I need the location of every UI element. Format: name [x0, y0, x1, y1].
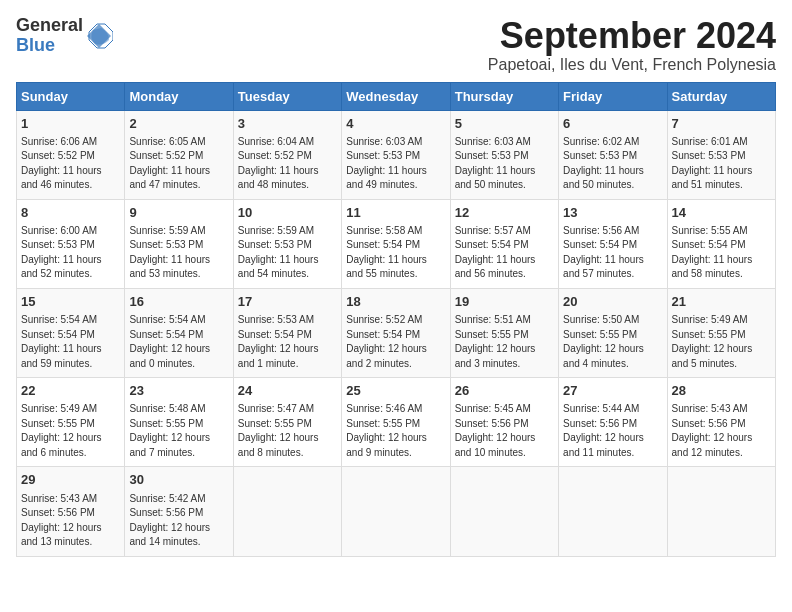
- day-info: Sunrise: 5:58 AMSunset: 5:54 PMDaylight:…: [346, 224, 445, 282]
- day-number: 14: [672, 204, 771, 222]
- day-info: Sunrise: 5:50 AMSunset: 5:55 PMDaylight:…: [563, 313, 662, 371]
- day-info: Sunrise: 5:59 AMSunset: 5:53 PMDaylight:…: [238, 224, 337, 282]
- header-row: SundayMondayTuesdayWednesdayThursdayFrid…: [17, 82, 776, 110]
- day-info: Sunrise: 6:04 AMSunset: 5:52 PMDaylight:…: [238, 135, 337, 193]
- calendar-body: 1Sunrise: 6:06 AMSunset: 5:52 PMDaylight…: [17, 110, 776, 556]
- calendar-cell: 2Sunrise: 6:05 AMSunset: 5:52 PMDaylight…: [125, 110, 233, 199]
- calendar-cell: 6Sunrise: 6:02 AMSunset: 5:53 PMDaylight…: [559, 110, 667, 199]
- calendar-cell: 5Sunrise: 6:03 AMSunset: 5:53 PMDaylight…: [450, 110, 558, 199]
- day-info: Sunrise: 5:49 AMSunset: 5:55 PMDaylight:…: [672, 313, 771, 371]
- day-info: Sunrise: 5:48 AMSunset: 5:55 PMDaylight:…: [129, 402, 228, 460]
- day-header-friday: Friday: [559, 82, 667, 110]
- day-number: 3: [238, 115, 337, 133]
- day-number: 18: [346, 293, 445, 311]
- calendar-cell: 26Sunrise: 5:45 AMSunset: 5:56 PMDayligh…: [450, 378, 558, 467]
- day-number: 23: [129, 382, 228, 400]
- day-number: 7: [672, 115, 771, 133]
- logo-text: General Blue: [16, 16, 83, 56]
- day-number: 20: [563, 293, 662, 311]
- day-info: Sunrise: 5:54 AMSunset: 5:54 PMDaylight:…: [21, 313, 120, 371]
- day-number: 17: [238, 293, 337, 311]
- day-number: 28: [672, 382, 771, 400]
- calendar-cell: 4Sunrise: 6:03 AMSunset: 5:53 PMDaylight…: [342, 110, 450, 199]
- day-header-wednesday: Wednesday: [342, 82, 450, 110]
- calendar-cell: 28Sunrise: 5:43 AMSunset: 5:56 PMDayligh…: [667, 378, 775, 467]
- day-info: Sunrise: 5:59 AMSunset: 5:53 PMDaylight:…: [129, 224, 228, 282]
- day-info: Sunrise: 5:54 AMSunset: 5:54 PMDaylight:…: [129, 313, 228, 371]
- day-header-saturday: Saturday: [667, 82, 775, 110]
- day-number: 4: [346, 115, 445, 133]
- day-number: 27: [563, 382, 662, 400]
- day-header-thursday: Thursday: [450, 82, 558, 110]
- calendar-cell: 20Sunrise: 5:50 AMSunset: 5:55 PMDayligh…: [559, 288, 667, 377]
- page-header: General Blue September 2024 Papetoai, Il…: [16, 16, 776, 74]
- calendar-table: SundayMondayTuesdayWednesdayThursdayFrid…: [16, 82, 776, 557]
- calendar-cell: 11Sunrise: 5:58 AMSunset: 5:54 PMDayligh…: [342, 199, 450, 288]
- day-info: Sunrise: 5:56 AMSunset: 5:54 PMDaylight:…: [563, 224, 662, 282]
- day-number: 13: [563, 204, 662, 222]
- calendar-cell: [667, 467, 775, 556]
- calendar-cell: 19Sunrise: 5:51 AMSunset: 5:55 PMDayligh…: [450, 288, 558, 377]
- day-number: 24: [238, 382, 337, 400]
- calendar-week-3: 15Sunrise: 5:54 AMSunset: 5:54 PMDayligh…: [17, 288, 776, 377]
- day-number: 2: [129, 115, 228, 133]
- day-info: Sunrise: 6:01 AMSunset: 5:53 PMDaylight:…: [672, 135, 771, 193]
- calendar-cell: 29Sunrise: 5:43 AMSunset: 5:56 PMDayligh…: [17, 467, 125, 556]
- calendar-cell: 3Sunrise: 6:04 AMSunset: 5:52 PMDaylight…: [233, 110, 341, 199]
- day-number: 10: [238, 204, 337, 222]
- day-number: 1: [21, 115, 120, 133]
- calendar-cell: 21Sunrise: 5:49 AMSunset: 5:55 PMDayligh…: [667, 288, 775, 377]
- calendar-cell: [450, 467, 558, 556]
- day-header-tuesday: Tuesday: [233, 82, 341, 110]
- day-info: Sunrise: 5:55 AMSunset: 5:54 PMDaylight:…: [672, 224, 771, 282]
- calendar-cell: 25Sunrise: 5:46 AMSunset: 5:55 PMDayligh…: [342, 378, 450, 467]
- calendar-cell: [342, 467, 450, 556]
- day-info: Sunrise: 6:03 AMSunset: 5:53 PMDaylight:…: [346, 135, 445, 193]
- calendar-week-4: 22Sunrise: 5:49 AMSunset: 5:55 PMDayligh…: [17, 378, 776, 467]
- day-number: 5: [455, 115, 554, 133]
- page-title: September 2024: [488, 16, 776, 56]
- day-number: 29: [21, 471, 120, 489]
- day-number: 26: [455, 382, 554, 400]
- day-info: Sunrise: 6:06 AMSunset: 5:52 PMDaylight:…: [21, 135, 120, 193]
- day-info: Sunrise: 6:03 AMSunset: 5:53 PMDaylight:…: [455, 135, 554, 193]
- logo-icon: [85, 22, 113, 50]
- calendar-cell: 15Sunrise: 5:54 AMSunset: 5:54 PMDayligh…: [17, 288, 125, 377]
- calendar-cell: 10Sunrise: 5:59 AMSunset: 5:53 PMDayligh…: [233, 199, 341, 288]
- calendar-cell: 13Sunrise: 5:56 AMSunset: 5:54 PMDayligh…: [559, 199, 667, 288]
- day-number: 6: [563, 115, 662, 133]
- day-info: Sunrise: 5:51 AMSunset: 5:55 PMDaylight:…: [455, 313, 554, 371]
- day-info: Sunrise: 5:45 AMSunset: 5:56 PMDaylight:…: [455, 402, 554, 460]
- day-number: 19: [455, 293, 554, 311]
- day-info: Sunrise: 5:44 AMSunset: 5:56 PMDaylight:…: [563, 402, 662, 460]
- calendar-cell: 14Sunrise: 5:55 AMSunset: 5:54 PMDayligh…: [667, 199, 775, 288]
- day-info: Sunrise: 5:43 AMSunset: 5:56 PMDaylight:…: [21, 492, 120, 550]
- day-info: Sunrise: 6:05 AMSunset: 5:52 PMDaylight:…: [129, 135, 228, 193]
- day-header-sunday: Sunday: [17, 82, 125, 110]
- day-number: 25: [346, 382, 445, 400]
- calendar-cell: 27Sunrise: 5:44 AMSunset: 5:56 PMDayligh…: [559, 378, 667, 467]
- calendar-cell: 16Sunrise: 5:54 AMSunset: 5:54 PMDayligh…: [125, 288, 233, 377]
- calendar-cell: 12Sunrise: 5:57 AMSunset: 5:54 PMDayligh…: [450, 199, 558, 288]
- logo: General Blue: [16, 16, 113, 56]
- day-info: Sunrise: 5:46 AMSunset: 5:55 PMDaylight:…: [346, 402, 445, 460]
- calendar-cell: 9Sunrise: 5:59 AMSunset: 5:53 PMDaylight…: [125, 199, 233, 288]
- day-info: Sunrise: 6:02 AMSunset: 5:53 PMDaylight:…: [563, 135, 662, 193]
- day-number: 30: [129, 471, 228, 489]
- day-info: Sunrise: 5:43 AMSunset: 5:56 PMDaylight:…: [672, 402, 771, 460]
- day-number: 21: [672, 293, 771, 311]
- day-number: 16: [129, 293, 228, 311]
- title-block: September 2024 Papetoai, Iles du Vent, F…: [488, 16, 776, 74]
- calendar-cell: 7Sunrise: 6:01 AMSunset: 5:53 PMDaylight…: [667, 110, 775, 199]
- calendar-cell: 30Sunrise: 5:42 AMSunset: 5:56 PMDayligh…: [125, 467, 233, 556]
- calendar-week-1: 1Sunrise: 6:06 AMSunset: 5:52 PMDaylight…: [17, 110, 776, 199]
- calendar-header: SundayMondayTuesdayWednesdayThursdayFrid…: [17, 82, 776, 110]
- day-number: 22: [21, 382, 120, 400]
- calendar-week-5: 29Sunrise: 5:43 AMSunset: 5:56 PMDayligh…: [17, 467, 776, 556]
- day-info: Sunrise: 5:57 AMSunset: 5:54 PMDaylight:…: [455, 224, 554, 282]
- calendar-week-2: 8Sunrise: 6:00 AMSunset: 5:53 PMDaylight…: [17, 199, 776, 288]
- day-info: Sunrise: 6:00 AMSunset: 5:53 PMDaylight:…: [21, 224, 120, 282]
- day-header-monday: Monday: [125, 82, 233, 110]
- day-number: 11: [346, 204, 445, 222]
- calendar-cell: 22Sunrise: 5:49 AMSunset: 5:55 PMDayligh…: [17, 378, 125, 467]
